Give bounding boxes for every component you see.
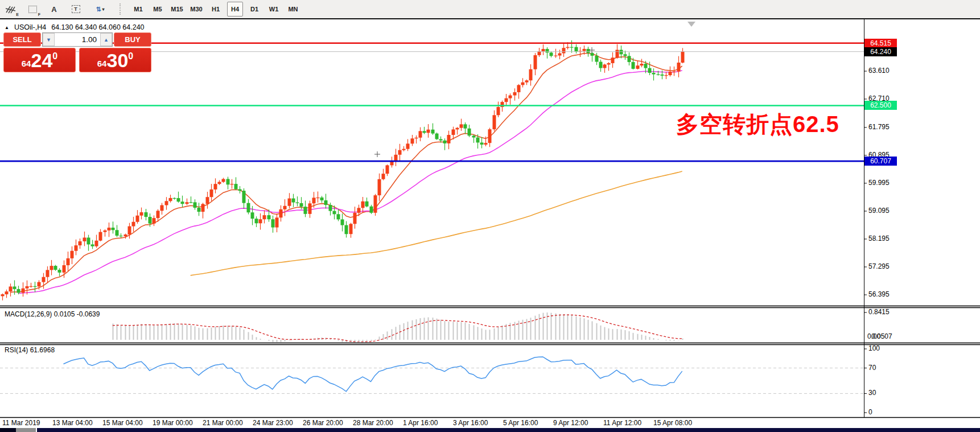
- mt4-window: E F A T ⇅ ▾ M1 M5 M15 M30 H1 H4 D1 W1 MN…: [0, 0, 980, 432]
- scrollbar-thumb[interactable]: [16, 428, 37, 432]
- axis-tick-label: 0: [868, 408, 872, 416]
- buy-price-box[interactable]: 64 30 0: [79, 48, 151, 72]
- time-axis-label: 15 Apr 08:00: [653, 419, 692, 427]
- price-badge: 64.515: [864, 39, 897, 48]
- axis-tick-label: 56.395: [868, 290, 890, 298]
- grid-glyph: [28, 6, 37, 13]
- horizontal-scrollbar[interactable]: [0, 428, 980, 432]
- sell-price-prefix: 64: [22, 59, 31, 68]
- text-tool-icon[interactable]: A: [45, 2, 63, 17]
- volume-increase-button[interactable]: ▲: [100, 33, 112, 46]
- chart-shift-marker[interactable]: [687, 22, 695, 27]
- axis-tick-label: 0.0507: [871, 332, 892, 340]
- pattern-tool-icon[interactable]: E: [2, 2, 20, 17]
- time-axis-label: 26 Mar 20:00: [303, 419, 343, 427]
- timeframe-h1[interactable]: H1: [208, 2, 224, 17]
- timeframe-h4[interactable]: H4: [227, 2, 243, 17]
- hatch-icon: [5, 5, 17, 14]
- axis-tick-label: 70: [868, 364, 876, 372]
- axis-tick-label: 61.795: [868, 123, 890, 131]
- sell-price-sup: 0: [52, 51, 57, 61]
- price-badge: 60.707: [864, 157, 897, 166]
- time-axis-label: 15 Mar 04:00: [102, 419, 143, 427]
- letter-t-glyph: T: [72, 5, 80, 13]
- timeframe-m30[interactable]: M30: [188, 2, 204, 17]
- volume-spinner: ▼ 1.00 ▲: [42, 32, 113, 47]
- scrollbar-track-start: [0, 428, 16, 432]
- axis-tick-label: 58.195: [868, 234, 890, 242]
- axis-tick-label: 0.8415: [868, 308, 890, 316]
- icon-sub-label: E: [16, 13, 19, 17]
- buy-price-big: 30: [106, 50, 128, 71]
- timeframe-m5[interactable]: M5: [150, 2, 166, 17]
- price-badge: 62.500: [864, 101, 897, 110]
- axis-tick-label: 57.295: [868, 262, 890, 270]
- timeframe-w1[interactable]: W1: [266, 2, 282, 17]
- timeframe-m15[interactable]: M15: [169, 2, 185, 17]
- icon-sub-label: F: [38, 13, 40, 17]
- toolbar: E F A T ⇅ ▾ M1 M5 M15 M30 H1 H4 D1 W1 MN: [0, 0, 980, 19]
- letter-a-glyph: A: [51, 5, 56, 14]
- buy-price-prefix: 64: [97, 59, 107, 68]
- macd-label: MACD(12,26,9) 0.0105 -0.0639: [5, 310, 100, 318]
- symbol-period-label: USOil-,H4: [14, 23, 46, 31]
- axis-tick-label: 30: [868, 389, 876, 397]
- time-axis-label: 21 Mar 00:00: [203, 419, 243, 427]
- sort-tool-icon[interactable]: ⇅ ▾: [88, 2, 112, 17]
- time-axis-label: 1 Apr 16:00: [403, 419, 438, 427]
- timeframe-d1[interactable]: D1: [246, 2, 262, 17]
- textbox-tool-icon[interactable]: T: [67, 2, 85, 17]
- toolbar-drag-handle[interactable]: [120, 3, 124, 15]
- chart-title: ▲ USOil-,H4 64.130 64.340 64.060 64.240: [5, 23, 145, 31]
- axis-tick-label: 59.995: [868, 179, 890, 187]
- chevron-down-icon: ▾: [102, 7, 105, 12]
- time-axis-label: 28 Mar 20:00: [353, 419, 393, 427]
- axis-tick-label: 59.095: [868, 207, 890, 215]
- timeframe-mn[interactable]: MN: [285, 2, 301, 17]
- collapse-triangle-icon[interactable]: ▲: [5, 25, 9, 30]
- arrows-glyph: ⇅: [96, 6, 101, 13]
- time-axis-label: 24 Mar 23:00: [253, 419, 293, 427]
- axis-tick-label: 100: [868, 344, 880, 352]
- time-axis-label: 11 Mar 2019: [2, 419, 40, 427]
- sell-price-big: 24: [31, 50, 52, 71]
- sell-price-box[interactable]: 64 24 0: [3, 48, 76, 72]
- buy-price-sup: 0: [128, 51, 133, 61]
- timeframe-m1[interactable]: M1: [130, 2, 146, 17]
- volume-value[interactable]: 1.00: [55, 33, 100, 46]
- chart-annotation-text: 多空转折点62.5: [676, 109, 839, 140]
- volume-decrease-button[interactable]: ▼: [43, 33, 55, 46]
- price-badge: 64.240: [864, 47, 897, 56]
- time-axis-label: 9 Apr 12:00: [553, 419, 588, 427]
- time-axis-label: 13 Mar 04:00: [52, 419, 93, 427]
- axis-tick-label: 63.610: [868, 67, 890, 75]
- time-axis-label: 19 Mar 00:00: [153, 419, 193, 427]
- rsi-label: RSI(14) 61.6968: [5, 346, 55, 354]
- sell-button[interactable]: SELL: [3, 32, 41, 47]
- time-axis-label: 11 Apr 12:00: [603, 419, 641, 427]
- grid-tool-icon[interactable]: F: [23, 2, 42, 17]
- one-click-trading-panel: SELL ▼ 1.00 ▲ BUY 64 24 0 64 30 0: [3, 32, 151, 72]
- time-axis-label: 5 Apr 16:00: [503, 419, 538, 427]
- time-axis-label: 3 Apr 16:00: [453, 419, 488, 427]
- ohlc-values: 64.130 64.340 64.060 64.240: [51, 23, 144, 31]
- buy-button[interactable]: BUY: [114, 32, 151, 47]
